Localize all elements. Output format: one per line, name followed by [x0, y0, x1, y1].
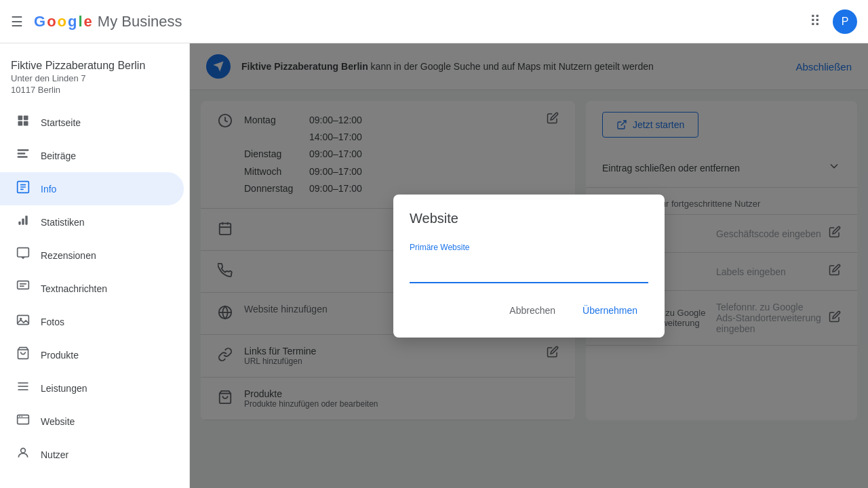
sidebar-item-label: Startseite — [41, 117, 81, 128]
logo-o1: o — [47, 13, 56, 30]
logo-suffix: My Business — [98, 13, 182, 30]
modal-actions: Abbrechen Übernehmen — [410, 300, 648, 321]
logo-o2: o — [58, 13, 66, 30]
svg-rect-16 — [18, 281, 29, 289]
sidebar-item-label: Nutzer — [41, 449, 68, 460]
website-input[interactable] — [410, 253, 648, 283]
svg-rect-12 — [22, 219, 24, 225]
logo-g: G — [34, 13, 45, 30]
logo-l: l — [78, 13, 82, 30]
business-name: Fiktive Pizzaberatung Berlin — [11, 60, 178, 72]
sidebar-item-startseite[interactable]: Startseite — [0, 106, 184, 139]
svg-point-27 — [19, 416, 20, 418]
topbar-right: ⠿ P — [810, 9, 857, 34]
sidebar-item-fotos[interactable]: Fotos — [0, 305, 184, 338]
sidebar-item-rezensionen[interactable]: Rezensionen — [0, 239, 184, 272]
svg-rect-1 — [24, 116, 28, 121]
posts-icon — [16, 147, 30, 164]
avatar[interactable]: P — [833, 9, 857, 34]
modal-submit-button[interactable]: Übernehmen — [572, 300, 648, 321]
website-icon — [16, 413, 30, 430]
sidebar-item-textnachrichten[interactable]: Textnachrichten — [0, 272, 184, 305]
svg-rect-8 — [20, 184, 26, 186]
svg-rect-13 — [25, 216, 27, 224]
sidebar-item-label: Fotos — [41, 317, 64, 327]
main-layout: Fiktive Pizzaberatung Berlin Unter den L… — [0, 43, 868, 488]
sidebar: Fiktive Pizzaberatung Berlin Unter den L… — [0, 43, 190, 488]
sidebar-item-label: Info — [41, 184, 56, 195]
services-icon — [16, 380, 30, 396]
photos-icon — [16, 313, 30, 330]
sidebar-item-label: Leistungen — [41, 383, 87, 394]
menu-icon[interactable]: ☰ — [11, 14, 23, 30]
svg-rect-25 — [18, 415, 29, 424]
sidebar-item-statistiken[interactable]: Statistiken — [0, 205, 184, 239]
modal-input-label: Primäre Website — [410, 243, 469, 252]
svg-rect-0 — [18, 116, 23, 121]
messages-icon — [16, 280, 30, 297]
svg-rect-9 — [20, 186, 26, 188]
modal-input-group: Primäre Website — [410, 243, 648, 283]
svg-rect-2 — [18, 121, 23, 126]
svg-rect-6 — [18, 156, 28, 158]
sidebar-item-website[interactable]: Website — [0, 405, 184, 438]
svg-rect-4 — [18, 149, 29, 151]
sidebar-item-label: Produkte — [41, 350, 79, 361]
modal-title: Website — [410, 211, 648, 226]
svg-rect-11 — [18, 222, 20, 225]
info-icon — [16, 180, 30, 197]
svg-rect-19 — [18, 315, 29, 324]
sidebar-item-label: Statistiken — [41, 217, 85, 228]
users-icon — [16, 446, 30, 463]
sidebar-item-produkte[interactable]: Produkte — [0, 338, 184, 371]
products-icon — [16, 346, 30, 363]
business-address-line2: 10117 Berlin — [11, 85, 178, 95]
business-address-line1: Unter den Linden 7 — [11, 73, 178, 83]
svg-rect-14 — [18, 248, 29, 257]
svg-rect-5 — [18, 152, 26, 155]
svg-marker-15 — [21, 257, 26, 259]
topbar: ☰ G o o g l e My Business ⠿ P — [0, 0, 868, 43]
sidebar-item-beitraege[interactable]: Beiträge — [0, 139, 184, 172]
stats-icon — [16, 214, 30, 230]
content-area: Fiktive Pizzaberatung Berlin kann in der… — [190, 43, 868, 488]
sidebar-item-label: Textnachrichten — [41, 283, 107, 294]
svg-rect-3 — [24, 121, 28, 126]
sidebar-item-leistungen[interactable]: Leistungen — [0, 371, 184, 405]
sidebar-item-label: Beiträge — [41, 150, 76, 161]
sidebar-item-info[interactable]: Info — [0, 172, 184, 205]
logo-e: e — [84, 13, 92, 30]
sidebar-item-label: Rezensionen — [41, 250, 96, 261]
sidebar-item-nutzer[interactable]: Nutzer — [0, 438, 184, 471]
svg-point-29 — [21, 448, 26, 453]
sidebar-item-label: Website — [41, 416, 75, 427]
svg-point-28 — [22, 416, 23, 418]
svg-rect-10 — [20, 189, 24, 190]
reviews-icon — [16, 247, 30, 264]
logo: G o o g l e My Business — [34, 13, 182, 30]
business-info: Fiktive Pizzaberatung Berlin Unter den L… — [0, 54, 189, 106]
website-modal: Website Primäre Website Abbrechen Überne… — [393, 195, 665, 338]
home-icon — [16, 114, 30, 131]
logo-g2: g — [68, 13, 77, 30]
modal-cancel-button[interactable]: Abbrechen — [498, 300, 566, 321]
modal-overlay: Website Primäre Website Abbrechen Überne… — [190, 43, 868, 488]
apps-icon[interactable]: ⠿ — [810, 13, 822, 30]
